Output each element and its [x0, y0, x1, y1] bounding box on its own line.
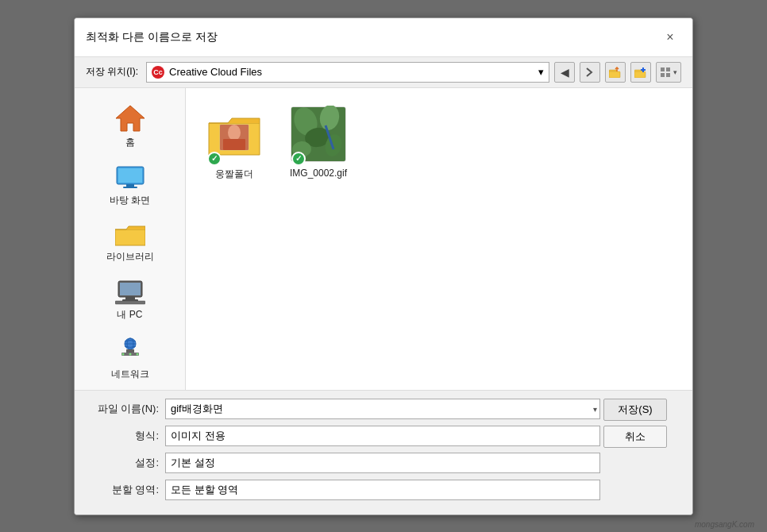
close-button[interactable]: × — [659, 26, 681, 48]
svg-rect-9 — [661, 73, 665, 77]
sidebar-item-home[interactable]: 홈 — [83, 96, 178, 156]
new-folder-button[interactable] — [630, 62, 651, 83]
cancel-button[interactable]: 취소 — [603, 426, 667, 448]
cc-icon: Cc — [152, 66, 164, 79]
dialog-title: 최적화 다른 이름으로 저장 — [86, 30, 218, 44]
list-item[interactable]: ✓ 웅짤폴더 — [198, 101, 270, 186]
action-buttons: 저장(S) 취소 — [603, 399, 667, 448]
monitor-icon — [115, 165, 145, 191]
svg-point-28 — [136, 353, 138, 355]
svg-rect-7 — [661, 67, 665, 71]
svg-rect-32 — [223, 139, 245, 150]
filename-row: 파일 이름(N): ▾ — [87, 399, 600, 419]
location-dropdown[interactable]: Cc Creative Cloud Files ▾ — [146, 62, 549, 83]
settings-label: 설정: — [87, 456, 159, 470]
split-row: 분할 영역: 모든 분할 영역 — [87, 480, 600, 500]
sidebar-item-network[interactable]: 네트워크 — [83, 331, 178, 387]
svg-point-27 — [129, 353, 131, 355]
svg-rect-24 — [126, 349, 134, 353]
settings-row: 설정: 기본 설정 — [87, 453, 600, 473]
sidebar-mypc-label: 내 PC — [117, 308, 142, 322]
file-name-label: 웅짤폴더 — [215, 168, 253, 181]
save-dialog: 최적화 다른 이름으로 저장 × 저장 위치(I): Cc Creative C… — [74, 17, 693, 515]
svg-rect-20 — [115, 301, 145, 304]
save-button[interactable]: 저장(S) — [603, 399, 667, 421]
dropdown-arrow-icon: ▾ — [538, 66, 544, 78]
up-folder-button[interactable] — [605, 62, 626, 83]
sidebar-item-library[interactable]: 라이브러리 — [83, 217, 178, 270]
filename-label: 파일 이름(N): — [87, 402, 159, 416]
forward-button[interactable] — [580, 62, 600, 83]
bottom-area: 파일 이름(N): ▾ 형식: 이미지 전용 — [75, 390, 692, 515]
sidebar-item-mypc[interactable]: 내 PC — [83, 273, 178, 328]
sidebar-network-label: 네트워크 — [111, 368, 149, 381]
network-icon — [115, 337, 145, 364]
svg-rect-17 — [120, 283, 141, 295]
svg-rect-14 — [126, 184, 134, 187]
sync-badge: ✓ — [291, 152, 306, 166]
format-select[interactable]: 이미지 전용 — [165, 426, 600, 446]
svg-rect-13 — [118, 168, 142, 183]
svg-rect-8 — [666, 67, 670, 71]
svg-marker-11 — [116, 106, 145, 131]
sidebar: 홈 바탕 화면 라이브러리 — [75, 88, 186, 390]
list-item[interactable]: ✓ IMG_0002.gif — [283, 101, 354, 186]
svg-rect-15 — [123, 187, 137, 188]
back-button[interactable]: ◀ — [554, 62, 575, 83]
library-icon — [115, 223, 145, 247]
form-rows: 파일 이름(N): ▾ 형식: 이미지 전용 — [87, 399, 680, 500]
sidebar-home-label: 홈 — [125, 136, 135, 149]
main-area: 홈 바탕 화면 라이브러리 — [75, 88, 692, 390]
format-label: 형식: — [87, 429, 159, 443]
home-icon — [114, 102, 146, 133]
svg-rect-10 — [666, 73, 670, 77]
form-container: 파일 이름(N): ▾ 형식: 이미지 전용 — [87, 399, 680, 500]
location-value: Creative Cloud Files — [169, 66, 262, 78]
view-button[interactable]: ▾ — [656, 62, 681, 83]
file-name-label: IMG_0002.gif — [290, 168, 347, 179]
pc-icon — [115, 279, 145, 305]
svg-rect-18 — [125, 297, 135, 299]
title-bar: 최적화 다른 이름으로 저장 × — [75, 18, 692, 57]
folder-thumbnail: ✓ — [206, 106, 263, 163]
format-row: 형식: 이미지 전용 — [87, 426, 600, 446]
filename-input[interactable] — [165, 399, 600, 419]
sidebar-item-desktop[interactable]: 바탕 화면 — [83, 159, 178, 214]
svg-rect-4 — [634, 71, 646, 78]
svg-point-26 — [121, 353, 124, 355]
sidebar-library-label: 라이브러리 — [106, 250, 154, 264]
view-dropdown-arrow: ▾ — [673, 68, 677, 76]
content-area: ✓ 웅짤폴더 — [186, 88, 692, 390]
settings-select[interactable]: 기본 설정 — [165, 453, 600, 473]
toolbar: 저장 위치(I): Cc Creative Cloud Files ▾ ◀ — [75, 57, 692, 88]
svg-point-31 — [228, 125, 241, 141]
split-select[interactable]: 모든 분할 영역 — [165, 480, 600, 500]
split-label: 분할 영역: — [87, 483, 159, 497]
sidebar-desktop-label: 바탕 화면 — [110, 194, 150, 207]
image-thumbnail: ✓ — [290, 106, 347, 163]
svg-rect-1 — [609, 71, 620, 78]
location-label: 저장 위치(I): — [86, 65, 138, 79]
sync-badge: ✓ — [207, 152, 222, 166]
